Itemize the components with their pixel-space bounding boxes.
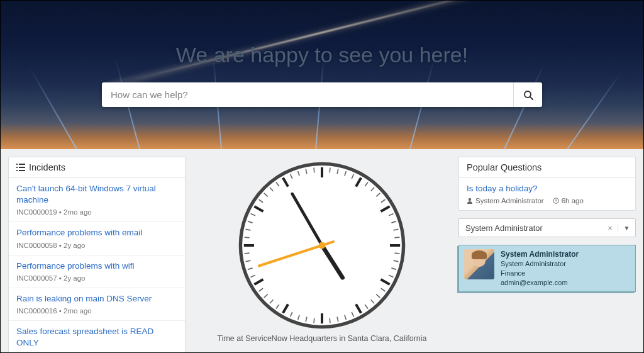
hero-title: We are happy to see you here! xyxy=(176,43,468,67)
incident-meta: INC0000019 • 2mo ago xyxy=(16,208,177,216)
svg-rect-4 xyxy=(16,167,18,168)
hero-banner: We are happy to see you here! xyxy=(1,1,643,149)
question-link[interactable]: Is today a holiday? xyxy=(467,183,628,194)
svg-line-23 xyxy=(394,237,399,238)
svg-line-53 xyxy=(244,253,249,254)
incidents-header: Incidents xyxy=(9,157,185,178)
user-name: System Administrator xyxy=(501,249,579,259)
svg-line-55 xyxy=(244,237,249,238)
search-bar xyxy=(102,82,542,107)
incident-meta: INC0000057 • 2y ago xyxy=(16,274,177,282)
incident-item: Performance problems with emailINC000005… xyxy=(9,222,185,255)
svg-line-38 xyxy=(330,318,330,323)
clock-caption: Time at ServiceNow Headquarters in Santa… xyxy=(217,334,426,343)
svg-line-40 xyxy=(314,318,314,323)
question-item: Is today a holiday? System Administrator… xyxy=(459,178,635,210)
incident-meta: INC0000016 • 2mo ago xyxy=(16,307,177,315)
user-select-value: System Administrator xyxy=(465,223,602,233)
svg-rect-7 xyxy=(19,170,25,171)
svg-rect-3 xyxy=(19,164,25,165)
svg-rect-2 xyxy=(16,164,18,165)
user-email: admin@example.com xyxy=(501,278,579,288)
incident-item: Can't launch 64-bit Windows 7 virtual ma… xyxy=(9,178,185,222)
incident-link[interactable]: Performance problems with email xyxy=(16,227,177,238)
svg-point-73 xyxy=(469,198,471,201)
search-input[interactable] xyxy=(102,82,513,107)
incident-meta: INC0000058 • 2y ago xyxy=(16,242,177,249)
svg-line-10 xyxy=(330,167,330,172)
user-role: System Administrator xyxy=(501,259,579,269)
incident-link[interactable]: Rain is leaking on main DNS Server xyxy=(16,293,177,305)
avatar xyxy=(464,249,494,279)
analog-clock xyxy=(237,160,407,330)
user-icon: System Administrator xyxy=(467,197,544,205)
incidents-header-label: Incidents xyxy=(29,162,65,172)
chevron-down-icon[interactable]: ▼ xyxy=(618,225,635,232)
list-icon xyxy=(16,164,25,171)
search-button[interactable] xyxy=(513,82,542,107)
questions-header: Popular Questions xyxy=(459,157,635,178)
svg-point-72 xyxy=(319,242,326,249)
svg-line-25 xyxy=(394,253,399,254)
incidents-panel: Incidents Can't launch 64-bit Windows 7 … xyxy=(8,157,186,353)
question-meta: System Administrator 6h ago xyxy=(467,197,628,205)
clear-icon[interactable]: × xyxy=(602,223,618,233)
incident-item: Performance problems with wifiINC0000057… xyxy=(9,255,185,288)
svg-line-1 xyxy=(530,97,533,99)
incident-link[interactable]: Can't launch 64-bit Windows 7 virtual ma… xyxy=(16,183,177,206)
incident-link[interactable]: Sales forecast spreadsheet is READ ONLY xyxy=(16,326,177,349)
incident-link[interactable]: Performance problems with wifi xyxy=(16,261,177,272)
svg-line-68 xyxy=(314,167,314,172)
user-dept: Finance xyxy=(501,269,579,278)
svg-rect-6 xyxy=(16,170,18,171)
user-card: System Administrator System Administrato… xyxy=(458,245,636,292)
search-icon xyxy=(523,90,533,100)
incident-item: Sales forecast spreadsheet is READ ONLYI… xyxy=(9,321,185,353)
questions-panel: Popular Questions Is today a holiday? Sy… xyxy=(458,157,636,211)
svg-rect-5 xyxy=(19,167,25,168)
user-select[interactable]: System Administrator × ▼ xyxy=(458,218,636,237)
incident-item: Rain is leaking on main DNS ServerINC000… xyxy=(9,288,185,321)
clock-icon: 6h ago xyxy=(553,197,584,205)
questions-header-label: Popular Questions xyxy=(467,162,541,172)
